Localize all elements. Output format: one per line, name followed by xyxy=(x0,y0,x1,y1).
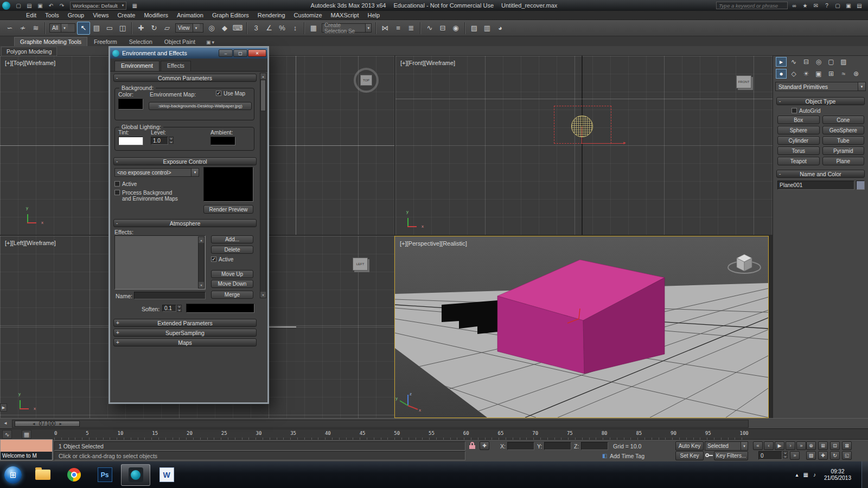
environment-map-button[interactable]: :sktop-backgrounds-Desktop-Wallpaper.jpg… xyxy=(149,102,252,110)
previous-frame-icon[interactable]: ‹ xyxy=(764,441,774,450)
level-field[interactable]: 1.0 xyxy=(151,137,168,145)
x-coordinate-field[interactable] xyxy=(507,442,534,450)
viewcube-left[interactable]: LEFT xyxy=(353,258,368,271)
primitive-button[interactable]: Box xyxy=(777,115,820,124)
align-icon[interactable]: ≡ xyxy=(392,22,405,35)
selection-filter-dropdown[interactable]: All ▾ xyxy=(49,23,75,33)
dialog-scrollbar[interactable]: ▲ ▼ xyxy=(260,73,266,298)
3dsmax-logo-icon[interactable] xyxy=(2,2,10,10)
viewcube-front[interactable]: FRONT xyxy=(736,75,751,88)
time-slider-track[interactable]: ◄ 0 / 100 ► xyxy=(12,420,749,428)
angle-snap-icon[interactable]: ∠ xyxy=(263,22,276,35)
category-cameras-icon[interactable]: ▣ xyxy=(813,69,824,79)
move-down-button[interactable]: Move Down xyxy=(211,280,253,288)
ribbon-tab[interactable]: Object Paint xyxy=(159,37,201,46)
close-button[interactable]: ✕ xyxy=(248,49,266,57)
menu-item[interactable]: Views xyxy=(88,11,113,19)
menu-item[interactable]: Edit xyxy=(22,11,41,19)
collapsed-rollup[interactable]: + SuperSampling xyxy=(113,329,257,337)
add-effect-button[interactable]: Add... xyxy=(211,235,253,243)
selection-lock-icon[interactable] xyxy=(469,442,476,450)
bind-to-spacewarp-icon[interactable]: ≋ xyxy=(29,22,42,35)
polygon-modeling-panel[interactable]: Polygon Modeling xyxy=(1,47,57,56)
layer-manager-icon[interactable]: ≣ xyxy=(405,22,418,35)
viewcube-top-face[interactable]: TOP xyxy=(360,75,372,86)
render-preview-button[interactable]: Render Preview xyxy=(203,205,253,214)
create-selection-set-dropdown[interactable]: Create Selection Se ▾ xyxy=(322,23,372,33)
tab-display-icon[interactable]: ▢ xyxy=(826,57,837,67)
taskbar-3dsmax[interactable] xyxy=(121,464,150,486)
viewcube-home-ring[interactable]: TOP xyxy=(354,68,379,93)
rollup-name-and-color[interactable]: - Name and Color xyxy=(776,170,865,178)
tab-hierarchy-icon[interactable]: ⊟ xyxy=(801,57,812,67)
checkbox-checked[interactable]: ✓ xyxy=(216,91,221,96)
curve-editor-icon[interactable]: ∿ xyxy=(423,22,436,35)
select-by-name-icon[interactable]: ▤ xyxy=(90,22,103,35)
start-button[interactable]: ⊞ xyxy=(4,466,22,484)
menu-item[interactable]: Create xyxy=(113,11,139,19)
menu-item[interactable]: Animation xyxy=(173,11,208,19)
new-scene-icon[interactable]: ▢ xyxy=(14,1,23,10)
absolute-mode-icon[interactable]: ✚ xyxy=(480,441,489,450)
rollup-common-parameters[interactable]: - Common Parameters xyxy=(113,74,257,82)
object-color-swatch[interactable] xyxy=(856,181,865,190)
primitive-button[interactable]: Cone xyxy=(822,115,865,124)
named-selection-sets-icon[interactable]: ▦ xyxy=(307,22,320,35)
menu-item[interactable]: Graph Editors xyxy=(208,11,253,19)
panel-icon-1[interactable]: ▢ xyxy=(833,2,842,10)
taskbar-chrome[interactable] xyxy=(59,464,88,486)
primitive-button[interactable]: Torus xyxy=(777,146,820,155)
select-and-rotate-icon[interactable]: ↻ xyxy=(148,22,161,35)
welcome-window-minimized[interactable]: Welcome to M xyxy=(0,439,53,460)
play-icon[interactable]: ▶ xyxy=(775,441,784,450)
viewport-perspective-label[interactable]: [+][Perspective][Realistic] xyxy=(400,240,467,247)
menu-item[interactable]: Tools xyxy=(41,11,63,19)
background-color-swatch[interactable] xyxy=(118,99,143,110)
scroll-up-icon[interactable]: ▲ xyxy=(199,237,204,243)
scroll-up-icon[interactable]: ▲ xyxy=(260,73,266,79)
process-background-checkbox[interactable]: Process Background and Environment Maps xyxy=(114,190,178,202)
go-to-start-icon[interactable]: « xyxy=(753,441,763,450)
spinner-snap-icon[interactable]: ↕ xyxy=(289,22,302,35)
dialog-tab[interactable]: Effects xyxy=(161,61,191,71)
menu-item[interactable]: Customize xyxy=(290,11,327,19)
tab-modify-icon[interactable]: ∿ xyxy=(788,57,799,67)
category-lights-icon[interactable]: ☀ xyxy=(801,69,812,79)
zoom-all-icon[interactable]: ⊞ xyxy=(818,441,828,450)
primitive-button[interactable]: Pyramid xyxy=(822,146,865,155)
undo-icon[interactable]: ↶ xyxy=(46,1,56,10)
use-map-checkbox[interactable]: ✓ Use Map xyxy=(216,91,245,97)
tray-app-icon[interactable]: ▦ xyxy=(803,472,808,478)
taskbar-word[interactable]: W xyxy=(152,464,181,486)
search-icon[interactable]: ∞ xyxy=(790,2,799,10)
merge-button[interactable]: Merge xyxy=(211,291,253,299)
save-file-icon[interactable]: ▣ xyxy=(35,1,45,10)
delete-effect-button[interactable]: Delete xyxy=(211,246,253,254)
scroll-thumb[interactable] xyxy=(260,80,266,111)
rollup-object-type[interactable]: - Object Type xyxy=(776,97,865,105)
primitive-button[interactable]: Teapot xyxy=(777,157,820,165)
viewport-front-label[interactable]: [+][Front][Wireframe] xyxy=(400,60,455,66)
panel-icon-2[interactable]: ▣ xyxy=(844,2,853,10)
set-key-button[interactable]: Set Key xyxy=(675,451,704,460)
exposure-active-checkbox[interactable]: Active xyxy=(114,181,137,187)
primitive-button[interactable]: GeoSphere xyxy=(822,126,865,134)
window-crossing-icon[interactable]: ◫ xyxy=(116,22,129,35)
select-and-manipulate-icon[interactable]: ◆ xyxy=(218,22,231,35)
primitive-button[interactable]: Plane xyxy=(822,157,865,165)
material-editor-icon[interactable]: ◉ xyxy=(449,22,462,35)
maximize-viewport-icon[interactable]: ◱ xyxy=(842,451,852,460)
render-production-icon[interactable]: ◕ xyxy=(494,22,507,35)
ribbon-tab[interactable]: Freeform xyxy=(88,37,123,46)
orbit-icon[interactable]: ↻ xyxy=(830,451,840,460)
menu-item[interactable]: Help xyxy=(363,11,385,19)
key-mode-dropdown[interactable]: Selected ▾ xyxy=(705,441,748,451)
frame-back-icon[interactable]: ◄ xyxy=(32,422,36,426)
slider-left-arrow-icon[interactable]: ◄ xyxy=(3,421,8,426)
viewport-top-label[interactable]: [+][Top][Wireframe] xyxy=(5,60,55,66)
mirror-icon[interactable]: ⋈ xyxy=(379,22,392,35)
checkbox[interactable] xyxy=(792,108,797,113)
show-desktop-button[interactable] xyxy=(861,461,868,488)
primitive-button[interactable]: Tube xyxy=(822,136,865,145)
scroll-down-icon[interactable]: ▼ xyxy=(260,292,266,298)
